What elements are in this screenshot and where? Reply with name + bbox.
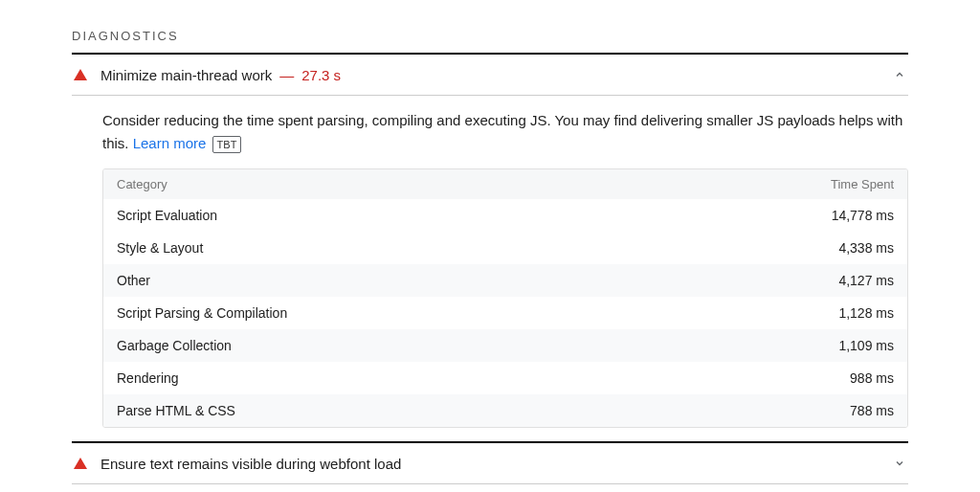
row-value: 1,128 ms: [838, 305, 894, 321]
warning-triangle-icon: [74, 458, 87, 469]
row-value: 14,778 ms: [832, 208, 894, 223]
table-row: Script Evaluation 14,778 ms: [103, 199, 907, 232]
table-header: Category Time Spent: [103, 169, 907, 199]
row-value: 4,127 ms: [838, 273, 894, 288]
row-label: Other: [117, 273, 150, 288]
col-header-category: Category: [117, 177, 167, 191]
divider: [72, 483, 908, 484]
chevron-up-icon[interactable]: [891, 66, 908, 83]
table-row: Style & Layout 4,338 ms: [103, 232, 907, 264]
warning-triangle-icon: [74, 69, 87, 80]
audit-row-main-thread[interactable]: Minimize main-thread work — 27.3 s: [72, 55, 908, 95]
details-table: Category Time Spent Script Evaluation 14…: [102, 168, 908, 428]
tbt-badge: TBT: [212, 136, 242, 153]
row-label: Script Parsing & Compilation: [117, 305, 287, 321]
row-label: Style & Layout: [117, 240, 203, 256]
audit-row-webfont[interactable]: Ensure text remains visible during webfo…: [72, 443, 908, 483]
table-row: Parse HTML & CSS 788 ms: [103, 394, 907, 427]
audit-dash: —: [279, 67, 294, 83]
row-label: Parse HTML & CSS: [117, 403, 235, 418]
audit-description: Consider reducing the time spent parsing…: [72, 96, 908, 168]
row-value: 4,338 ms: [838, 240, 894, 256]
section-header: DIAGNOSTICS: [72, 29, 908, 43]
col-header-time: Time Spent: [831, 177, 894, 191]
row-value: 1,109 ms: [838, 338, 894, 353]
table-row: Rendering 988 ms: [103, 362, 907, 394]
row-value: 988 ms: [850, 370, 894, 386]
row-value: 788 ms: [850, 403, 894, 418]
audit-title: Ensure text remains visible during webfo…: [100, 456, 401, 472]
row-label: Garbage Collection: [117, 338, 232, 353]
chevron-down-icon[interactable]: [891, 455, 908, 472]
learn-more-link[interactable]: Learn more: [133, 135, 207, 151]
table-row: Script Parsing & Compilation 1,128 ms: [103, 297, 907, 329]
table-row: Other 4,127 ms: [103, 264, 907, 297]
audit-value: 27.3 s: [301, 67, 341, 83]
audit-title: Minimize main-thread work: [100, 67, 272, 83]
table-row: Garbage Collection 1,109 ms: [103, 329, 907, 362]
row-label: Script Evaluation: [117, 208, 217, 223]
row-label: Rendering: [117, 370, 179, 386]
